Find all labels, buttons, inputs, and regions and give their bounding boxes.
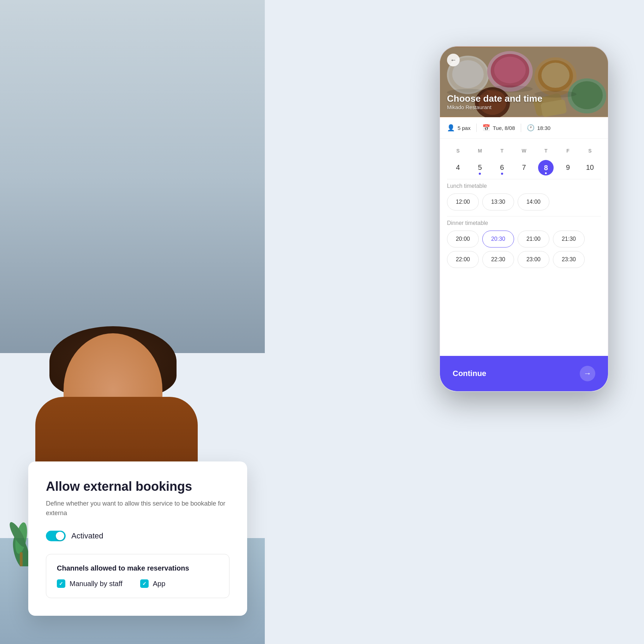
day-label-m: M (469, 146, 491, 156)
booking-card-title: Allow external bookings (46, 479, 229, 494)
toggle-label: Activated (71, 531, 103, 541)
phone-header-image: Choose date and time Mikado Restaurant (440, 47, 608, 117)
day-label-t1: T (491, 146, 513, 156)
time-btn-2000[interactable]: 20:00 (447, 231, 479, 248)
cal-date-9[interactable]: 9 (557, 160, 579, 175)
time-btn-2200[interactable]: 22:00 (447, 251, 479, 268)
dinner-time-options: 20:00 20:30 21:00 21:30 22:00 22:30 23:0… (447, 231, 601, 268)
bottom-spacer (440, 274, 608, 309)
dinner-timetable: Dinner timetable 20:00 20:30 21:00 21:30… (440, 216, 608, 274)
continue-arrow-icon: → (584, 369, 591, 378)
cal-date-10[interactable]: 10 (579, 160, 601, 175)
cal-date-7[interactable]: 7 (513, 160, 535, 175)
lunch-time-options: 12:00 13:30 14:00 (447, 193, 601, 210)
dot-6 (501, 173, 503, 175)
toggle-row: Activated (46, 531, 229, 541)
time-info: 🕐 18:30 (527, 124, 551, 132)
channel-label-app: App (153, 580, 166, 588)
info-divider-1 (476, 124, 477, 132)
phone-choose-date-title: Choose date and time (447, 93, 542, 104)
calendar-day-labels: S M T W T F S (447, 146, 601, 156)
time-btn-2300[interactable]: 23:00 (518, 251, 549, 268)
phone-header-text: Choose date and time Mikado Restaurant (447, 93, 542, 110)
time-btn-2330[interactable]: 23:30 (553, 251, 585, 268)
channels-box: Channels allowed to make reservations Ma… (46, 554, 229, 598)
pax-value: 5 pax (458, 125, 471, 131)
time-btn-2030-selected[interactable]: 20:30 (482, 231, 514, 248)
booking-card-subtitle: Define whether you want to allow this se… (46, 499, 229, 518)
continue-arrow-circle: → (580, 366, 595, 381)
channel-option-manually: Manually by staff (57, 579, 123, 588)
calendar-dates: 4 5 6 7 8 (447, 160, 601, 175)
lunch-title: Lunch timetable (447, 179, 601, 189)
activated-toggle[interactable] (46, 531, 66, 541)
time-btn-2230[interactable]: 22:30 (482, 251, 514, 268)
channel-label-manually: Manually by staff (70, 580, 123, 588)
day-label-s1: S (447, 146, 469, 156)
dot-8-selected (545, 172, 547, 174)
checkbox-app[interactable] (140, 579, 149, 588)
svg-rect-3 (20, 552, 23, 566)
day-label-s2: S (579, 146, 601, 156)
lunch-timetable: Lunch timetable 12:00 13:30 14:00 (440, 179, 608, 216)
date-info: 📅 Tue, 8/08 (482, 124, 515, 132)
info-divider-2 (521, 124, 521, 132)
dinner-title: Dinner timetable (447, 216, 601, 226)
room-background (0, 0, 265, 353)
booking-card: Allow external bookings Define whether y… (28, 461, 247, 616)
time-btn-1400[interactable]: 14:00 (518, 193, 549, 210)
booking-info-bar: 👤 5 pax 📅 Tue, 8/08 🕐 18:30 (440, 117, 608, 139)
person-icon: 👤 (447, 124, 455, 132)
phone-back-button[interactable] (447, 54, 460, 66)
phone-container: Choose date and time Mikado Restaurant 👤… (439, 46, 609, 392)
phone-restaurant-name: Mikado Restaurant (447, 104, 542, 110)
day-label-w: W (513, 146, 535, 156)
clock-icon: 🕐 (527, 124, 535, 132)
time-btn-1330[interactable]: 13:30 (482, 193, 514, 210)
dot-5 (479, 173, 481, 175)
cal-date-5[interactable]: 5 (469, 160, 491, 175)
date-value: Tue, 8/08 (493, 125, 515, 131)
channels-options: Manually by staff App (57, 579, 219, 588)
calendar: S M T W T F S 4 5 6 (440, 139, 608, 179)
time-value: 18:30 (537, 125, 551, 131)
phone-frame: Choose date and time Mikado Restaurant 👤… (439, 46, 609, 392)
cal-date-6[interactable]: 6 (491, 160, 513, 175)
day-label-f: F (557, 146, 579, 156)
calendar-icon: 📅 (482, 124, 490, 132)
cal-date-4[interactable]: 4 (447, 160, 469, 175)
time-btn-2130[interactable]: 21:30 (553, 231, 585, 248)
continue-button[interactable]: Continue → (440, 356, 608, 391)
pax-info: 👤 5 pax (447, 124, 471, 132)
channel-option-app: App (140, 579, 166, 588)
time-btn-1200[interactable]: 12:00 (447, 193, 479, 210)
continue-label: Continue (453, 369, 486, 378)
channels-title: Channels allowed to make reservations (57, 564, 219, 572)
day-label-t2: T (535, 146, 557, 156)
time-btn-2100[interactable]: 21:00 (518, 231, 549, 248)
cal-date-8-selected[interactable]: 8 (535, 160, 557, 175)
phone-scroll-area[interactable]: S M T W T F S 4 5 6 (440, 139, 608, 382)
checkbox-manually[interactable] (57, 579, 65, 588)
